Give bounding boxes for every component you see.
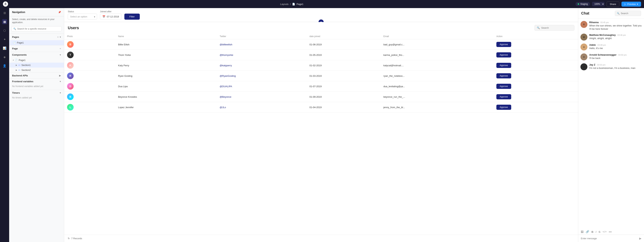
no-timers-text: No timers added yet [9,96,64,101]
components-chevron-icon[interactable]: ▾ [60,53,61,56]
page1-item[interactable]: 📄 Page1 [9,40,64,45]
more-icon[interactable]: ••• [609,230,612,233]
chat-content: Jay Z 03:53 pm I'm not a businessman, I'… [589,63,636,70]
preview-button[interactable]: ▷ Preview ▾ [622,2,641,7]
user-avatar: B [67,93,74,100]
approve-button[interactable]: Approve [496,73,511,78]
sidebar-icon-node[interactable]: ⬡ [2,28,7,33]
search-icon: 🔍 [13,28,16,30]
page1-label: Page1 [17,41,24,44]
cell-twitter: @billieeilish [217,39,306,50]
backend-apis-row[interactable]: Backend APIs ▶ [9,73,64,78]
frontend-vars-row[interactable]: Frontend variables ▾ [9,78,64,84]
approve-button[interactable]: Approve [496,84,511,89]
chat-message-input[interactable] [581,237,638,240]
sidebar-icon-grid[interactable]: ⊞ [2,10,7,16]
status-select[interactable]: Select an option Active Inactive Pending [68,14,97,20]
cell-name: Thom Yorke [115,50,217,60]
app-logo[interactable] [3,2,8,7]
table-row: K Katy Perry @katyperry 01-02-2019 katyc… [64,60,578,71]
breadcrumb: Layouts / 📄 Page1 [280,3,304,6]
cell-action: Approve [494,50,578,60]
sidebar-icon-api[interactable]: ◈ [2,54,7,59]
twitter-link[interactable]: @thomyorke [220,54,233,56]
zoom-select[interactable]: 100% 75% 150% [592,2,604,6]
send-button[interactable]: ▶ [639,237,642,240]
add-section-icon[interactable]: + [60,47,61,50]
page-name[interactable]: Page1 [296,3,304,6]
date-value[interactable]: 07-12-2018 [107,15,119,18]
chat-text: When the sun shines, we shine together. … [589,24,642,31]
pin-icon[interactable]: 📌 [58,11,61,14]
chat-header: Chat 🔍 [578,8,644,19]
cell-action: Approve [494,102,578,112]
pages-chevron-icon[interactable]: ▾ [60,36,61,38]
table-header-row: Users 🔍 [64,22,578,34]
breadcrumb-separator: / [290,3,291,6]
bold-icon[interactable]: B [592,230,594,233]
italic-icon[interactable]: I [596,230,596,233]
twitter-link[interactable]: @RyanGosling [220,75,236,77]
cell-date: 01-02-2019 [306,60,380,71]
table-row: B Billie Eilish @billieeilish 01-06-2019… [64,39,578,50]
sidebar-icon-chart[interactable]: 📊 [2,46,7,51]
table-search-input[interactable] [541,27,572,29]
backend-apis-chevron-icon[interactable]: ▶ [59,74,61,77]
sidebar-icon-user[interactable]: 👤 [2,63,7,68]
twitter-link[interactable]: @katyperry [220,64,232,67]
pages-actions[interactable]: + ▾ [57,36,61,38]
sidebar-icon-component[interactable]: ✦ [2,37,7,42]
content-area: + Status Select an option Active Inactiv… [64,8,578,242]
link-icon[interactable]: 🔗 [586,230,589,233]
chat-text: Hello, it's me [589,47,606,50]
tree-section2[interactable]: ▶ ▭ Section2 [9,68,64,73]
approve-button[interactable]: Approve [496,63,511,68]
topbar-left [3,2,8,7]
col-name: Name [115,34,217,39]
cell-name: Katy Perry [115,60,217,71]
tree-section1[interactable]: ▶ ▭ Section1 [9,63,64,68]
approve-button[interactable]: Approve [496,94,511,99]
layouts-label[interactable]: Layouts [280,3,289,6]
search-input[interactable] [17,28,60,30]
filter-button[interactable]: Filter [124,14,140,20]
add-page-icon[interactable]: + [57,36,58,38]
cell-action: Approve [494,39,578,50]
pages-section-header: Pages + ▾ [9,34,64,40]
code-icon[interactable]: </> [602,230,607,233]
page-section-label: Page [12,47,18,50]
chat-time: 03:46 pm [618,34,626,36]
chat-message: J Jay Z 03:53 pm I'm not a businessman, … [580,63,642,70]
backend-apis-label: Backend APIs [12,74,28,77]
cell-twitter: @JLo [217,102,306,112]
timers-chevron-icon[interactable]: ▾ [60,91,61,94]
strikethrough-icon[interactable]: S [598,230,600,233]
tree-section1-label: Section1 [22,64,31,66]
tree-page1[interactable]: ▾ 📄 Page1 [9,58,64,63]
table-wrapper: Users 🔍 Photo Name Twit [64,22,578,242]
approve-button[interactable]: Approve [496,42,511,47]
cell-email: bad_guy@gmail.c... [380,39,494,50]
table-head: Photo Name Twitter date joined Email Act… [64,34,578,39]
status-filter-group: Status Select an option Active Inactive … [68,10,97,20]
approve-button[interactable]: Approve [496,105,511,110]
twitter-link[interactable]: @JLo [220,106,226,109]
timers-row[interactable]: Timers ▾ [9,90,64,96]
twitter-link[interactable]: @billieeilish [220,43,232,46]
cell-photo: D [64,81,115,92]
user-avatar: K [67,62,74,69]
approve-button[interactable]: Approve [496,52,511,57]
frontend-vars-chevron-icon[interactable]: ▾ [60,80,61,83]
twitter-link[interactable]: @Beyonce [220,95,231,98]
sidebar-icon-page[interactable]: ▦ [2,19,7,24]
image-icon[interactable]: 🖼 [581,230,584,233]
twitter-link[interactable]: @DUALIPA [220,85,232,88]
preview-chevron: ▾ [637,3,638,6]
topbar: Layouts / 📄 Page1 Staging 100% 75% 150% … [0,0,644,8]
chat-search-input[interactable] [621,12,639,15]
staging-label: Staging [580,3,588,5]
records-row: ↻ 7 Records [64,235,578,242]
share-button[interactable]: Share [607,2,619,7]
user-avatar: T [67,52,74,58]
chat-toolbar: 🖼 🔗 B I S </> ••• [578,229,644,235]
